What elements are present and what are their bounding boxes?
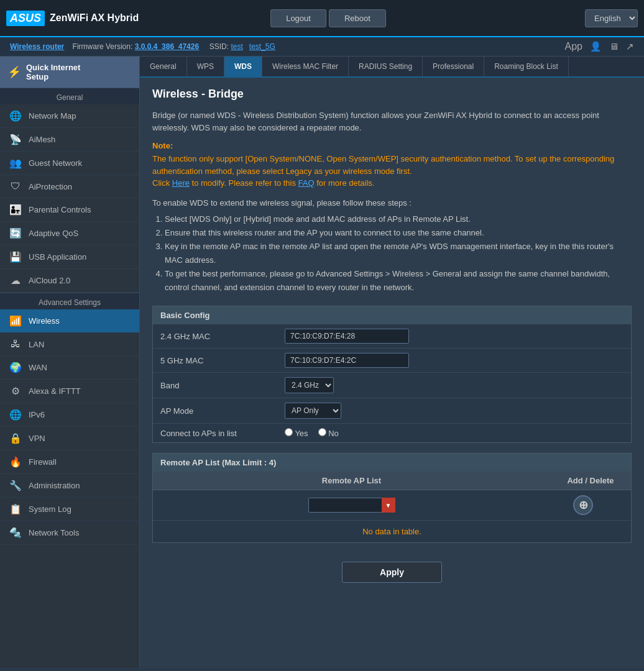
ap-input-container: ▼	[160, 498, 543, 513]
sidebar-item-guest-network[interactable]: 👥 Guest Network	[0, 152, 139, 175]
parental-controls-label: Parental Controls	[29, 205, 91, 214]
sidebar-item-network-tools[interactable]: 🔩 Network Tools	[0, 521, 139, 545]
step-3: Key in the remote AP mac in the remote A…	[165, 240, 632, 267]
table-input-row: ▼ ⊕	[153, 490, 631, 521]
sidebar-item-aicloud[interactable]: ☁ AiCloud 2.0	[0, 269, 139, 293]
tab-wds[interactable]: WDS	[224, 57, 262, 76]
basic-config-header: Basic Config	[153, 306, 631, 324]
select-ap-mode[interactable]: AP Only WDS Only Hybrid	[285, 403, 341, 419]
sidebar-item-aimesh[interactable]: 📡 AiMesh	[0, 128, 139, 152]
quick-internet-setup[interactable]: ⚡ Quick InternetSetup	[0, 57, 139, 88]
radio-no[interactable]	[318, 428, 326, 436]
ssid-5g-link[interactable]: test_5G	[249, 42, 275, 51]
ap-dropdown-arrow-button[interactable]: ▼	[382, 498, 395, 513]
here-link[interactable]: Here	[172, 178, 190, 188]
page-title: Wireless - Bridge	[152, 88, 632, 101]
tab-wps[interactable]: WPS	[187, 57, 224, 76]
radio-yes-label[interactable]: Yes	[285, 428, 308, 438]
general-section-label: General	[0, 88, 139, 104]
user-status-icon[interactable]: 👤	[590, 41, 602, 52]
radio-no-label[interactable]: No	[318, 428, 339, 438]
aiprotection-icon: 🛡	[9, 181, 22, 192]
header-nav: Logout Reboot	[143, 9, 513, 27]
share-status-icon[interactable]: ↗	[626, 41, 634, 52]
add-ap-button[interactable]: ⊕	[573, 495, 593, 515]
header-right: English	[513, 9, 638, 27]
sidebar-item-wireless[interactable]: 📶 Wireless	[0, 309, 139, 333]
administration-label: Administration	[29, 481, 80, 490]
label-connect-aps: Connect to APs in list	[160, 429, 285, 438]
network-tools-icon: 🔩	[9, 527, 22, 539]
note-text: The function only support [Open System/N…	[152, 153, 632, 189]
vpn-icon: 🔒	[9, 432, 22, 444]
tab-wireless-mac-filter[interactable]: Wireless MAC Filter	[262, 57, 349, 76]
reboot-button[interactable]: Reboot	[329, 9, 386, 27]
sidebar-item-vpn[interactable]: 🔒 VPN	[0, 427, 139, 450]
advanced-section-label: Advanced Settings	[0, 293, 139, 309]
network-map-label: Network Map	[29, 111, 76, 121]
note-body: The function only support [Open System/N…	[152, 154, 614, 176]
note-link1-suffix: to modify. Please refer to this	[190, 178, 298, 188]
radio-yes[interactable]	[285, 428, 293, 436]
select-band[interactable]: 2.4 GHz 5 GHz	[285, 377, 334, 393]
content-area: General WPS WDS Wireless MAC Filter RADI…	[140, 57, 644, 668]
usb-application-label: USB Application	[29, 252, 86, 262]
note-link2-suffix: for more details.	[315, 178, 375, 188]
note-click-prefix: Click	[152, 178, 172, 188]
radio-no-text: No	[328, 429, 339, 438]
basic-config-body: 2.4 GHz MAC 5 GHz MAC Band	[153, 324, 631, 442]
input-2g-mac[interactable]	[285, 329, 409, 344]
table-header: Remote AP List Add / Delete	[153, 472, 631, 490]
quick-setup-label: Quick InternetSetup	[26, 63, 80, 81]
status-bar: Wireless router Firmware Version: 3.0.0.…	[0, 37, 644, 57]
sidebar-item-usb-application[interactable]: 💾 USB Application	[0, 245, 139, 269]
status-info: Wireless router Firmware Version: 3.0.0.…	[10, 42, 275, 51]
step-1: Select [WDS Only] or [Hybrid] mode and a…	[165, 212, 632, 226]
sidebar-item-lan[interactable]: 🖧 LAN	[0, 333, 139, 356]
apply-button[interactable]: Apply	[342, 562, 442, 583]
radio-group-connect: Yes No	[285, 428, 623, 438]
row-connect-aps: Connect to APs in list Yes No	[153, 424, 631, 442]
sidebar-item-adaptive-qos[interactable]: 🔄 Adaptive QoS	[0, 222, 139, 245]
lan-label: LAN	[29, 340, 44, 349]
sidebar-item-alexa[interactable]: ⚙ Alexa & IFTTT	[0, 380, 139, 403]
language-select[interactable]: English	[585, 9, 638, 27]
monitor-status-icon[interactable]: 🖥	[609, 41, 619, 52]
sidebar-item-system-log[interactable]: 📋 System Log	[0, 498, 139, 521]
step-2: Ensure that this wireless router and the…	[165, 226, 632, 240]
apply-area: Apply	[152, 553, 632, 595]
page-content: Wireless - Bridge Bridge (or named WDS -…	[140, 78, 644, 605]
tab-roaming-block-list[interactable]: Roaming Block List	[484, 57, 569, 76]
header: ASUS ZenWiFi AX Hybrid Logout Reboot Eng…	[0, 0, 644, 37]
sidebar-item-ipv6[interactable]: 🌐 IPv6	[0, 403, 139, 427]
sidebar-item-administration[interactable]: 🔧 Administration	[0, 474, 139, 498]
basic-config-section: Basic Config 2.4 GHz MAC 5 GHz MAC	[152, 306, 632, 443]
firmware-version-link[interactable]: 3.0.0.4_386_47426	[135, 42, 199, 51]
tab-professional[interactable]: Professional	[423, 57, 484, 76]
row-band: Band 2.4 GHz 5 GHz	[153, 373, 631, 398]
row-2g-mac: 2.4 GHz MAC	[153, 324, 631, 349]
app-label[interactable]: App	[565, 41, 582, 52]
parental-controls-icon: 👨‍👧	[9, 204, 22, 216]
sidebar-item-wan[interactable]: 🌍 WAN	[0, 356, 139, 380]
tab-general[interactable]: General	[140, 57, 187, 76]
sidebar-item-firewall[interactable]: 🔥 Firewall	[0, 450, 139, 474]
label-ap-mode: AP Mode	[160, 406, 285, 416]
remote-ap-table: Remote AP List Add / Delete ▼ ⊕	[153, 472, 631, 542]
step-4: To get the best performance, please go t…	[165, 267, 632, 294]
wan-icon: 🌍	[9, 362, 22, 373]
ssid-2g-link[interactable]: test	[231, 42, 242, 51]
asus-logo: ASUS	[6, 11, 45, 26]
sidebar-item-aiprotection[interactable]: 🛡 AiProtection	[0, 175, 139, 198]
input-5g-mac[interactable]	[285, 353, 409, 368]
sidebar: ⚡ Quick InternetSetup General 🌐 Network …	[0, 57, 140, 668]
ipv6-icon: 🌐	[9, 409, 22, 421]
logout-button[interactable]: Logout	[270, 9, 326, 27]
operation-mode-link[interactable]: Wireless router	[10, 42, 64, 51]
aicloud-icon: ☁	[9, 275, 22, 286]
sidebar-item-network-map[interactable]: 🌐 Network Map	[0, 104, 139, 128]
sidebar-item-parental-controls[interactable]: 👨‍👧 Parental Controls	[0, 198, 139, 222]
faq-link[interactable]: FAQ	[298, 178, 315, 188]
aimesh-icon: 📡	[9, 134, 22, 145]
tab-radius-setting[interactable]: RADIUS Setting	[349, 57, 423, 76]
